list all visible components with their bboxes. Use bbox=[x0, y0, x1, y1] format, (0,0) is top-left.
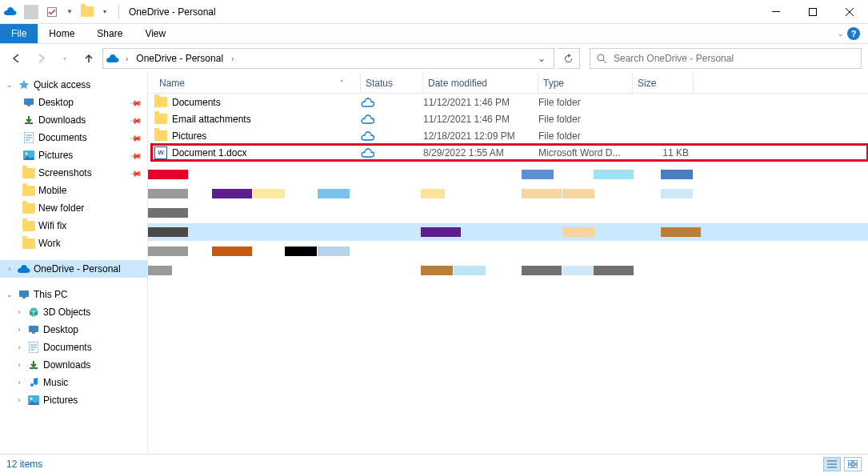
file-row[interactable]: WDocument 1.docx8/29/2022 1:55 AMMicroso… bbox=[151, 144, 868, 161]
col-name[interactable]: Name˄ bbox=[154, 73, 361, 93]
sidebar-item[interactable]: Documents📌 bbox=[0, 129, 147, 146]
sidebar-item[interactable]: ›Music bbox=[0, 374, 147, 391]
qat-folder-icon[interactable] bbox=[80, 5, 94, 19]
svg-rect-5 bbox=[27, 105, 30, 106]
sidebar-item-label: Pictures bbox=[38, 150, 73, 161]
icons-view-button[interactable] bbox=[844, 457, 862, 471]
ribbon-expand-icon[interactable]: ⌵ bbox=[838, 30, 842, 38]
folder-icon bbox=[22, 219, 35, 232]
svg-point-17 bbox=[30, 398, 33, 400]
redacted-block bbox=[661, 170, 693, 179]
col-status[interactable]: Status bbox=[361, 73, 423, 93]
sidebar-item[interactable]: ›Documents bbox=[0, 339, 147, 356]
chevron-right-icon[interactable]: › bbox=[14, 361, 24, 369]
sidebar-item[interactable]: Downloads📌 bbox=[0, 111, 147, 129]
sidebar-item[interactable]: ›Downloads bbox=[0, 356, 147, 374]
col-type[interactable]: Type bbox=[538, 73, 633, 93]
pictures-icon bbox=[27, 394, 40, 407]
redacted-block bbox=[562, 189, 594, 198]
folder-icon bbox=[22, 184, 35, 197]
quick-access[interactable]: ⌄ Quick access bbox=[0, 76, 147, 94]
folder-icon bbox=[154, 114, 167, 124]
sidebar-item[interactable]: Desktop📌 bbox=[0, 94, 147, 111]
title-bar: ▼ ▾ OneDrive - Personal bbox=[0, 0, 868, 24]
tab-share[interactable]: Share bbox=[86, 24, 134, 43]
col-date[interactable]: Date modified bbox=[423, 73, 538, 93]
up-button[interactable] bbox=[78, 48, 99, 69]
chevron-right-icon[interactable]: › bbox=[14, 308, 24, 316]
redacted-block bbox=[562, 266, 594, 275]
forward-button[interactable] bbox=[30, 48, 51, 69]
tab-file[interactable]: File bbox=[0, 24, 38, 43]
sidebar-item-label: Mobile bbox=[38, 185, 66, 196]
breadcrumb-item[interactable]: OneDrive - Personal bbox=[134, 53, 225, 64]
nav-onedrive[interactable]: › OneDrive - Personal bbox=[0, 260, 147, 278]
redacted-block bbox=[148, 266, 172, 275]
sidebar-item[interactable]: Pictures📌 bbox=[0, 146, 147, 164]
qat-dropdown2-icon[interactable]: ▾ bbox=[98, 5, 112, 19]
desktop-icon bbox=[27, 323, 40, 336]
sidebar-item[interactable]: Work bbox=[0, 234, 147, 252]
refresh-button[interactable] bbox=[558, 48, 580, 69]
cloud-icon bbox=[361, 114, 374, 124]
file-date: 11/12/2021 1:46 PM bbox=[423, 97, 538, 108]
tab-home[interactable]: Home bbox=[38, 24, 86, 43]
redacted-row bbox=[148, 243, 868, 260]
chevron-right-icon[interactable]: › bbox=[14, 396, 24, 404]
svg-rect-10 bbox=[19, 291, 29, 297]
sidebar-item[interactable]: Mobile bbox=[0, 182, 147, 199]
redacted-block bbox=[212, 247, 252, 256]
back-button[interactable] bbox=[6, 48, 27, 69]
chevron-right-icon[interactable]: › bbox=[230, 54, 235, 63]
help-button[interactable]: ? bbox=[847, 27, 860, 40]
maximize-button[interactable] bbox=[794, 0, 831, 24]
sidebar-item[interactable]: ›Pictures bbox=[0, 391, 147, 409]
redacted-block bbox=[212, 189, 252, 198]
col-size[interactable]: Size bbox=[633, 73, 694, 93]
sidebar-item[interactable]: ›3D Objects bbox=[0, 303, 147, 321]
redacted-block bbox=[318, 189, 350, 198]
redacted-block bbox=[594, 170, 634, 179]
item-count: 12 items bbox=[6, 459, 42, 470]
chevron-right-icon[interactable]: › bbox=[14, 343, 24, 351]
redacted-block bbox=[421, 266, 453, 275]
nav-thispc-label: This PC bbox=[34, 289, 68, 300]
redacted-block bbox=[661, 189, 693, 198]
close-button[interactable] bbox=[831, 0, 868, 24]
folder-icon bbox=[22, 202, 35, 214]
svg-rect-6 bbox=[25, 122, 33, 124]
chevron-down-icon[interactable]: ⌄ bbox=[5, 291, 14, 299]
navigation-bar: ▾ › OneDrive - Personal › ⌄ bbox=[0, 44, 868, 73]
svg-point-3 bbox=[598, 54, 604, 61]
minimize-button[interactable] bbox=[758, 0, 794, 24]
file-row[interactable]: Pictures12/18/2021 12:09 PMFile folder bbox=[151, 127, 868, 144]
sidebar-item[interactable]: Wifi fix bbox=[0, 217, 147, 234]
chevron-right-icon[interactable]: › bbox=[5, 265, 14, 273]
file-row[interactable]: Documents11/12/2021 1:46 PMFile folder bbox=[151, 94, 868, 110]
onedrive-icon bbox=[3, 5, 18, 19]
redacted-block bbox=[148, 208, 188, 218]
qat-dropdown-icon[interactable]: ▼ bbox=[62, 5, 77, 19]
pin-icon: 📌 bbox=[130, 131, 142, 144]
sidebar-item[interactable]: Screenshots📌 bbox=[0, 164, 147, 182]
address-bar[interactable]: › OneDrive - Personal › ⌄ bbox=[102, 48, 554, 69]
recent-dropdown[interactable]: ▾ bbox=[54, 48, 75, 69]
search-input[interactable] bbox=[614, 53, 854, 64]
chevron-right-icon[interactable]: › bbox=[124, 54, 130, 63]
search-icon bbox=[597, 54, 607, 64]
sidebar-item[interactable]: New folder bbox=[0, 199, 147, 217]
chevron-right-icon[interactable]: › bbox=[14, 326, 24, 334]
address-dropdown-icon[interactable]: ⌄ bbox=[533, 53, 550, 64]
redacted-block bbox=[148, 227, 188, 237]
chevron-down-icon[interactable]: ⌄ bbox=[5, 81, 14, 89]
qat-checkbox-icon[interactable] bbox=[45, 5, 59, 19]
file-row[interactable]: Email attachments11/12/2021 1:46 PMFile … bbox=[151, 110, 868, 127]
nav-thispc[interactable]: ⌄ This PC bbox=[0, 286, 147, 303]
svg-rect-20 bbox=[848, 465, 852, 468]
redacted-block bbox=[253, 189, 285, 198]
details-view-button[interactable] bbox=[823, 457, 841, 471]
chevron-right-icon[interactable]: › bbox=[14, 379, 24, 387]
tab-view[interactable]: View bbox=[134, 24, 177, 43]
search-box[interactable] bbox=[590, 48, 862, 69]
sidebar-item[interactable]: ›Desktop bbox=[0, 321, 147, 339]
